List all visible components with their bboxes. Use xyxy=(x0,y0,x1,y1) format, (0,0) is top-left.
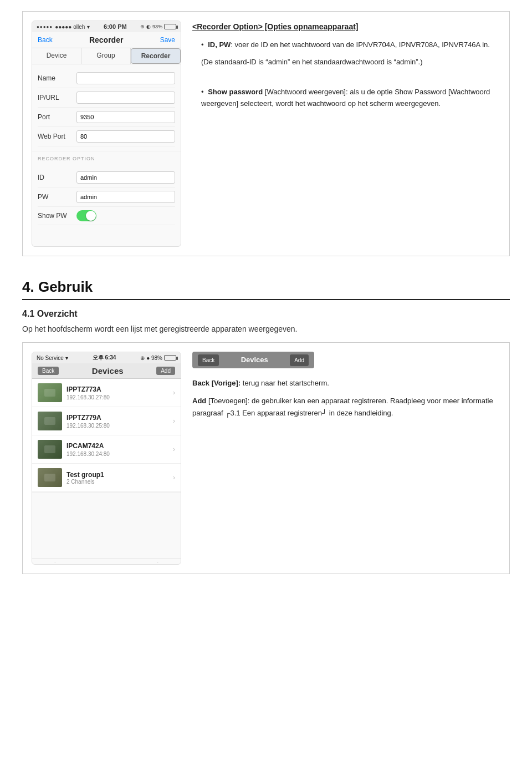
nav-title: Recorder xyxy=(89,35,123,44)
section4-block: 4. Gebruik 4.1 Overzicht Op het hoofdsch… xyxy=(22,278,510,333)
mini-add-button: Add xyxy=(290,354,309,366)
port-label: Port xyxy=(38,113,76,121)
devices-add-button[interactable]: Add xyxy=(156,367,175,375)
section4-header: 4. Gebruik xyxy=(22,278,510,300)
devices-title: Devices xyxy=(92,366,124,376)
section4-title: 4. Gebruik xyxy=(22,278,510,296)
desc-back: Back [Vorige]: terug naar het startscher… xyxy=(192,377,500,389)
webport-label: Web Port xyxy=(38,133,76,140)
device-item-1[interactable]: IPPTZ773A 192.168.30.27:80 › xyxy=(32,379,181,407)
phone-bottom-spacer xyxy=(32,230,181,246)
tab-recorder[interactable]: Recorder xyxy=(131,48,181,64)
device-name-4: Test group1 xyxy=(66,471,168,479)
field-port: Port xyxy=(38,108,175,127)
tab-device[interactable]: Device xyxy=(32,48,81,64)
device-thumb-3 xyxy=(38,440,62,459)
recorder-option-label: RECORDER OPTION xyxy=(32,151,181,164)
save-button[interactable]: Save xyxy=(160,36,175,44)
bottom-section: No Service ▾ 오후 6:34 ⊕ ● 98% Back Device… xyxy=(22,342,510,574)
phone-nav-bar: Back Recorder Save xyxy=(32,32,181,48)
showpw-toggle[interactable] xyxy=(76,210,96,221)
bullet-bold-id-pw: ID, PW xyxy=(208,40,231,49)
field-ipurl: IP/URL xyxy=(38,88,175,108)
device-list: IPPTZ773A 192.168.30.27:80 › IPPTZ779A 1… xyxy=(32,379,181,492)
recorder-tabs: Device Group Recorder xyxy=(32,48,181,64)
devices-battery-bar xyxy=(164,355,176,361)
field-id: ID xyxy=(38,168,175,187)
bullet-id-pw: ID, PW: voer de ID en het wachtwoord van… xyxy=(192,39,500,51)
back-button[interactable]: Back xyxy=(38,36,53,44)
desc-add-text: [Toevoegen]: de gebruiker kan een appara… xyxy=(192,397,493,417)
chevron-right-icon-4: › xyxy=(173,474,175,481)
ipurl-label: IP/URL xyxy=(38,94,76,102)
id-label: ID xyxy=(38,174,76,181)
recorder-option-form: ID PW Show PW xyxy=(32,164,181,230)
wifi-icon: ▾ xyxy=(87,24,90,30)
bullet-show-password: Show password [Wachtwoord weergeven]: al… xyxy=(192,87,500,110)
id-input[interactable] xyxy=(76,171,175,184)
device-name-1: IPPTZ773A xyxy=(66,385,168,393)
subsection-header: 4.1 Overzicht xyxy=(22,309,510,319)
device-thumb-2 xyxy=(38,412,62,430)
subsection-intro: Op het hoofdscherm wordt een lijst met g… xyxy=(22,324,510,333)
ipurl-input[interactable] xyxy=(76,92,175,104)
showpw-label: Show PW xyxy=(38,212,76,220)
battery-percent: 93% xyxy=(152,24,162,29)
device-item-2[interactable]: IPPTZ779A 192.168.30.25:80 › xyxy=(32,407,181,435)
bullet-bold-show-pw: Show password xyxy=(208,88,263,96)
battery-bar xyxy=(164,24,176,29)
devices-battery: ⊕ ● 98% xyxy=(140,355,176,361)
signal-dots: ●●●●● xyxy=(37,24,53,29)
chevron-right-icon-3: › xyxy=(173,445,175,453)
note-admin: (De standaard-ID is “admin” en het stand… xyxy=(192,57,500,68)
status-left: ●●●●● ●●●●● olleh ▾ xyxy=(37,24,90,30)
status-icons: ⊕ ◐ xyxy=(140,24,151,29)
dot-left: · xyxy=(54,559,56,565)
devices-status-left: No Service ▾ xyxy=(37,355,68,361)
device-name-2: IPPTZ779A xyxy=(66,414,168,422)
device-name-3: IPCAM742A xyxy=(66,442,168,450)
devices-back-button[interactable]: Back xyxy=(38,367,59,375)
desc-back-text: terug naar het startscherm. xyxy=(241,379,329,387)
chevron-right-icon-2: › xyxy=(173,417,175,425)
no-service-label: No Service ▾ xyxy=(37,355,68,361)
devices-time: 오후 6:34 xyxy=(93,354,116,362)
field-pw: PW xyxy=(38,187,175,207)
device-thumb-4 xyxy=(38,468,62,487)
device-info-2: IPPTZ779A 192.168.30.25:80 xyxy=(66,414,168,429)
section4-label: Gebruik xyxy=(38,278,93,295)
recorder-phone-mockup: ●●●●● ●●●●● olleh ▾ 6:00 PM ⊕ ◐ 93% Back… xyxy=(32,21,181,247)
name-input[interactable] xyxy=(76,72,175,84)
device-channels-4: 2 Channels xyxy=(66,479,168,485)
showpw-toggle-wrap xyxy=(76,210,96,221)
pw-input[interactable] xyxy=(76,191,175,203)
device-thumb-1 xyxy=(38,383,62,402)
device-ip-1: 192.168.30.27:80 xyxy=(66,394,168,400)
device-ip-3: 192.168.30.24:80 xyxy=(66,451,168,457)
desc-back-bold: Back [Vorige]: xyxy=(192,379,241,387)
devices-battery-icons: ⊕ ● 98% xyxy=(140,355,162,361)
device-info-3: IPCAM742A 192.168.30.24:80 xyxy=(66,442,168,457)
carrier-label: ●●●●● olleh xyxy=(55,24,85,30)
name-label: Name xyxy=(38,74,76,82)
tab-group[interactable]: Group xyxy=(81,48,131,64)
time-display: 6:00 PM xyxy=(104,23,127,30)
device-item-3[interactable]: IPCAM742A 192.168.30.24:80 › xyxy=(32,435,181,464)
devices-nav-bar: Back Devices Add xyxy=(32,363,181,379)
bullet-text-id-pw: : voer de ID en het wachtwoord van de IP… xyxy=(231,40,490,49)
devices-phone-mockup: No Service ▾ 오후 6:34 ⊕ ● 98% Back Device… xyxy=(32,352,181,565)
device-ip-2: 192.168.30.25:80 xyxy=(66,423,168,429)
field-webport: Web Port xyxy=(38,127,175,146)
phone-bottom-bar: · · xyxy=(32,559,181,564)
device-info-1: IPPTZ773A 192.168.30.27:80 xyxy=(66,385,168,400)
toggle-knob xyxy=(86,211,96,221)
dot-right: · xyxy=(157,559,158,565)
device-item-4[interactable]: Test group1 2 Channels › xyxy=(32,464,181,492)
webport-input[interactable] xyxy=(76,130,175,143)
mini-nav-bar: Back Devices Add xyxy=(192,352,314,368)
field-name: Name xyxy=(38,69,175,88)
recorder-form: Name IP/URL Port Web Port xyxy=(32,64,181,151)
chevron-right-icon-1: › xyxy=(173,389,175,397)
pw-label: PW xyxy=(38,193,76,201)
port-input[interactable] xyxy=(76,111,175,123)
